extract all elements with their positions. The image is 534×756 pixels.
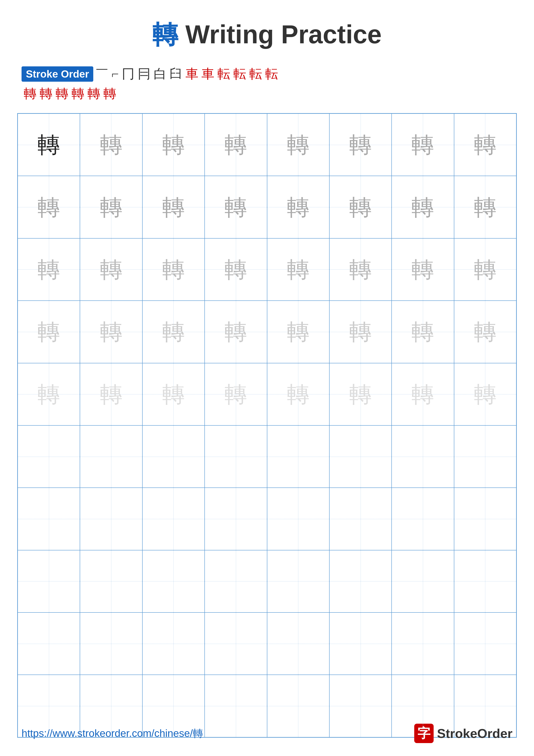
grid-cell: 轉 <box>329 301 392 363</box>
grid-cell: 轉 <box>205 114 267 176</box>
stroke-chars-row1: ￣ ⌐ 冂 冃 白 臼 車 車 転 転 転 転 <box>95 65 278 83</box>
writing-grid: 轉轉轉轉轉轉轉轉轉轉轉轉轉轉轉轉轉轉轉轉轉轉轉轉轉轉轉轉轉轉轉轉轉轉轉轉轉轉轉轉 <box>17 113 517 738</box>
grid-cell <box>329 612 392 675</box>
grid-cell <box>329 488 392 550</box>
stroke-16: 轉 <box>71 85 85 102</box>
stroke-4: 冃 <box>138 65 151 83</box>
practice-character: 轉 <box>474 196 496 219</box>
practice-character: 轉 <box>38 258 60 281</box>
practice-character: 轉 <box>474 320 496 343</box>
practice-character: 轉 <box>224 258 247 281</box>
grid-row: 轉轉轉轉轉轉轉轉 <box>18 114 516 176</box>
page-title: 轉 Writing Practice <box>152 20 382 49</box>
stroke-15: 轉 <box>56 85 68 102</box>
grid-row <box>18 612 516 675</box>
grid-cell <box>392 550 454 612</box>
grid-cell <box>392 612 454 675</box>
grid-cell: 轉 <box>392 301 454 363</box>
stroke-2: ⌐ <box>111 67 119 81</box>
grid-row: 轉轉轉轉轉轉轉轉 <box>18 176 516 238</box>
grid-cell <box>329 425 392 488</box>
grid-cell: 轉 <box>329 114 392 176</box>
practice-character: 轉 <box>287 320 310 343</box>
grid-cell <box>80 425 142 488</box>
practice-character: 轉 <box>162 133 185 156</box>
practice-character: 轉 <box>349 320 372 343</box>
stroke-12: 転 <box>265 65 278 83</box>
practice-character: 轉 <box>100 258 123 281</box>
grid-cell: 轉 <box>80 238 142 301</box>
stroke-8: 車 <box>201 65 214 83</box>
stroke-10: 転 <box>233 65 246 83</box>
practice-character: 轉 <box>349 383 372 406</box>
grid-row <box>18 488 516 550</box>
practice-character: 轉 <box>224 320 247 343</box>
grid-cell: 轉 <box>392 363 454 425</box>
grid-cell: 轉 <box>142 363 205 425</box>
grid-cell <box>267 612 329 675</box>
grid-cell <box>392 488 454 550</box>
stroke-14: 轉 <box>39 85 53 102</box>
grid-cell: 轉 <box>267 114 329 176</box>
grid-cell <box>205 550 267 612</box>
stroke-order-section: Stroke Order ￣ ⌐ 冂 冃 白 臼 車 車 転 転 転 転 轉 轉… <box>0 65 534 113</box>
stroke-3: 冂 <box>122 65 135 83</box>
grid-cell <box>18 488 80 550</box>
practice-character: 轉 <box>38 383 60 406</box>
practice-character: 轉 <box>224 133 247 156</box>
grid-cell: 轉 <box>205 176 267 238</box>
grid-cell: 轉 <box>205 363 267 425</box>
stroke-order-row2: 轉 轉 轉 轉 轉 轉 <box>21 85 513 102</box>
grid-cell: 轉 <box>142 176 205 238</box>
grid-cell <box>267 488 329 550</box>
grid-row: 轉轉轉轉轉轉轉轉 <box>18 363 516 425</box>
grid-row: 轉轉轉轉轉轉轉轉 <box>18 238 516 301</box>
stroke-6: 臼 <box>169 65 183 83</box>
grid-cell <box>18 612 80 675</box>
grid-cell: 轉 <box>18 238 80 301</box>
grid-cell: 轉 <box>142 114 205 176</box>
grid-cell: 轉 <box>18 114 80 176</box>
practice-character: 轉 <box>162 196 185 219</box>
stroke-18: 轉 <box>103 85 116 102</box>
grid-cell <box>80 612 142 675</box>
grid-cell <box>142 425 205 488</box>
brand-icon: 字 <box>414 724 434 743</box>
practice-character: 轉 <box>224 196 247 219</box>
grid-row <box>18 550 516 612</box>
practice-character: 轉 <box>411 320 434 343</box>
grid-cell: 轉 <box>329 176 392 238</box>
grid-row: 轉轉轉轉轉轉轉轉 <box>18 301 516 363</box>
practice-character: 轉 <box>349 258 372 281</box>
grid-cell <box>329 550 392 612</box>
practice-character: 轉 <box>474 383 496 406</box>
practice-character: 轉 <box>349 133 372 156</box>
practice-character: 轉 <box>100 383 123 406</box>
grid-cell <box>80 550 142 612</box>
grid-cell <box>80 488 142 550</box>
title-section: 轉 Writing Practice <box>0 0 534 65</box>
grid-cell: 轉 <box>454 301 516 363</box>
practice-character: 轉 <box>287 383 310 406</box>
grid-cell <box>454 425 516 488</box>
practice-character: 轉 <box>411 133 434 156</box>
grid-cell: 轉 <box>205 238 267 301</box>
practice-character: 轉 <box>411 258 434 281</box>
grid-row <box>18 425 516 488</box>
stroke-13: 轉 <box>24 85 37 102</box>
practice-character: 轉 <box>224 383 247 406</box>
practice-character: 轉 <box>287 258 310 281</box>
practice-character: 轉 <box>411 383 434 406</box>
grid-cell: 轉 <box>267 238 329 301</box>
grid-cell: 轉 <box>329 363 392 425</box>
practice-character: 轉 <box>411 196 434 219</box>
grid-cell: 轉 <box>454 114 516 176</box>
practice-character: 轉 <box>162 258 185 281</box>
practice-character: 轉 <box>100 196 123 219</box>
grid-cell: 轉 <box>18 363 80 425</box>
practice-character: 轉 <box>100 320 123 343</box>
grid-cell: 轉 <box>18 176 80 238</box>
grid-cell <box>454 550 516 612</box>
grid-cell <box>205 488 267 550</box>
footer: https://www.strokeorder.com/chinese/轉 字 … <box>21 724 513 743</box>
